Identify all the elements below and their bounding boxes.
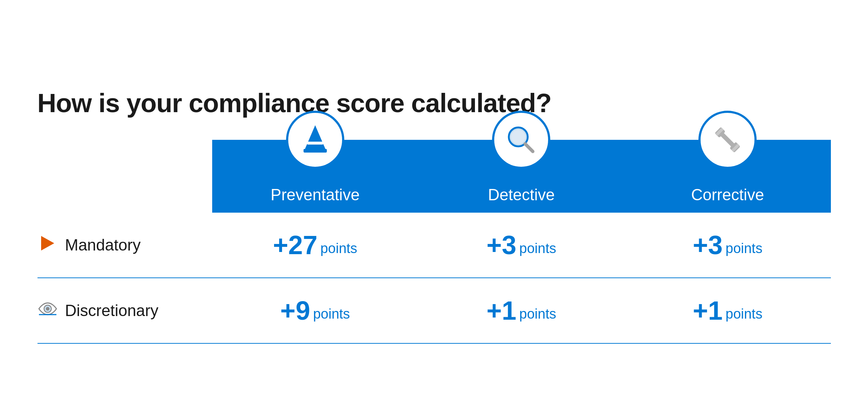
mandatory-preventative-cell: +27 points [212, 213, 419, 278]
svg-rect-3 [304, 149, 327, 153]
svg-marker-1 [305, 125, 325, 149]
svg-line-6 [525, 144, 533, 151]
mandatory-corrective-unit: points [726, 241, 762, 260]
mandatory-detective-unit: points [519, 241, 556, 260]
mandatory-detective-cell: +3 points [418, 213, 625, 278]
compliance-card: How is your compliance score calculated? [16, 66, 853, 344]
cone-icon [297, 122, 333, 158]
corrective-icon-circle [698, 111, 757, 169]
discretionary-detective-value: +1 [487, 296, 516, 326]
discretionary-corrective-unit: points [726, 306, 762, 326]
discretionary-corrective-cell: +1 points [625, 278, 831, 344]
discretionary-preventative-cell: +9 points [212, 278, 419, 344]
col-header-detective: Detective [418, 140, 625, 213]
discretionary-label-cell: Discretionary [37, 278, 212, 344]
discretionary-preventative-value: +9 [280, 296, 310, 326]
mandatory-label: Mandatory [65, 236, 141, 254]
col-header-corrective: Corrective [625, 140, 831, 213]
svg-rect-2 [307, 142, 323, 145]
mandatory-detective-value: +3 [487, 230, 516, 260]
mandatory-corrective-value: +3 [693, 230, 722, 260]
mandatory-label-cell: Mandatory [37, 213, 212, 278]
discretionary-detective-unit: points [519, 306, 556, 326]
mandatory-preventative-unit: points [320, 241, 357, 260]
discretionary-corrective-value: +1 [693, 296, 722, 326]
grid-layout: Preventative Detective [37, 140, 831, 344]
eye-icon [37, 301, 58, 320]
mandatory-preventative-value: +27 [273, 230, 317, 260]
wrench-icon [709, 122, 746, 158]
detective-label: Detective [488, 186, 555, 204]
discretionary-preventative-unit: points [313, 306, 350, 326]
discretionary-detective-cell: +1 points [418, 278, 625, 344]
preventative-label: Preventative [271, 186, 360, 204]
header-spacer [37, 140, 212, 213]
flag-svg [38, 234, 57, 253]
page-title: How is your compliance score calculated? [37, 88, 831, 118]
col-header-preventative: Preventative [212, 140, 419, 213]
magnifier-icon [503, 122, 539, 158]
svg-point-5 [511, 130, 526, 144]
mandatory-corrective-cell: +3 points [625, 213, 831, 278]
eye-svg [37, 301, 58, 316]
svg-point-14 [46, 307, 49, 311]
flag-icon [37, 234, 58, 257]
corrective-label: Corrective [691, 186, 764, 204]
svg-marker-12 [41, 236, 54, 251]
detective-icon-circle [492, 111, 550, 169]
discretionary-label: Discretionary [65, 301, 159, 320]
preventative-icon-circle [286, 111, 344, 169]
